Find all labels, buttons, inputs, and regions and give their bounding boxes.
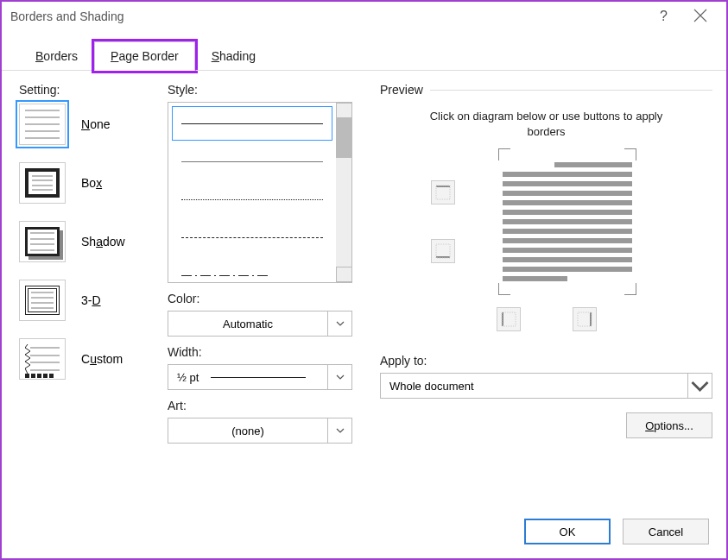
color-combo-caret[interactable]	[327, 311, 351, 336]
close-icon	[692, 7, 709, 24]
border-left-button[interactable]	[497, 307, 521, 331]
window-title: Borders and Shading	[10, 9, 124, 23]
svg-rect-7	[578, 312, 592, 326]
preview-hint: Click on diagram below or use buttons to…	[415, 109, 678, 140]
setting-panel: Setting: None Box	[19, 83, 155, 500]
color-combo[interactable]: Automatic	[168, 311, 352, 337]
setting-custom-label: Custom	[81, 352, 123, 366]
width-combo-caret[interactable]	[327, 365, 351, 389]
options-button[interactable]: Options...	[626, 412, 712, 438]
chevron-down-icon	[351, 246, 352, 283]
width-label: Width:	[168, 345, 368, 359]
setting-custom-icon	[19, 338, 66, 380]
setting-shadow-label: Shadow	[81, 235, 125, 249]
art-value: (none)	[168, 425, 327, 437]
help-button[interactable]: ?	[660, 9, 668, 24]
close-button[interactable]	[692, 7, 709, 24]
art-combo-caret[interactable]	[327, 418, 351, 443]
scroll-thumb[interactable]	[336, 118, 351, 158]
apply-to-value: Whole document	[381, 380, 687, 393]
style-row-thin[interactable]	[172, 144, 332, 179]
borders-shading-dialog: Borders and Shading ? Borders Page Borde…	[0, 0, 728, 560]
art-combo[interactable]: (none)	[168, 418, 352, 444]
border-bottom-icon	[435, 243, 451, 259]
setting-label: Setting:	[19, 83, 155, 97]
border-top-button[interactable]	[431, 180, 455, 204]
style-row-solid[interactable]	[172, 106, 332, 141]
setting-none-icon	[19, 104, 66, 145]
setting-box-label: Box	[81, 176, 102, 190]
setting-3d-icon	[19, 280, 66, 321]
tab-borders[interactable]: Borders	[19, 41, 94, 71]
setting-box-icon	[19, 162, 66, 204]
border-top-icon	[435, 185, 451, 200]
chevron-down-icon	[335, 318, 345, 329]
preview-zone	[380, 148, 712, 295]
style-row-dashed[interactable]	[172, 220, 332, 255]
preview-panel: Preview Click on diagram below or use bu…	[380, 83, 712, 500]
setting-3d-label: 3-D	[81, 293, 101, 307]
cancel-button[interactable]: Cancel	[623, 519, 709, 544]
setting-3d[interactable]: 3-D	[19, 280, 155, 321]
border-right-icon	[577, 311, 592, 327]
setting-shadow[interactable]: Shadow	[19, 221, 155, 262]
style-panel: Style:	[168, 83, 368, 500]
style-label: Style:	[168, 83, 368, 97]
width-sample-line	[211, 377, 306, 378]
setting-custom[interactable]: Custom	[19, 338, 155, 380]
page-preview[interactable]	[472, 148, 662, 295]
ok-button[interactable]: OK	[524, 519, 611, 544]
tab-shading[interactable]: Shading	[195, 41, 272, 71]
style-row-dotted[interactable]	[172, 182, 332, 217]
width-combo[interactable]: ½ pt	[168, 364, 352, 390]
preview-label: Preview	[380, 83, 423, 97]
chevron-down-icon	[688, 374, 712, 398]
apply-to-combo[interactable]: Whole document	[380, 373, 712, 399]
color-value: Automatic	[168, 318, 327, 330]
art-label: Art:	[168, 399, 368, 412]
scroll-up-button[interactable]	[336, 103, 352, 118]
setting-none[interactable]: None	[19, 104, 155, 145]
preview-paragraph	[503, 162, 632, 281]
border-right-button[interactable]	[573, 307, 597, 331]
color-label: Color:	[168, 292, 368, 305]
svg-rect-5	[502, 312, 516, 326]
border-bottom-button[interactable]	[431, 239, 455, 263]
scroll-down-button[interactable]	[336, 267, 352, 282]
tab-strip: Borders Page Border Shading	[2, 31, 726, 71]
style-scrollbar[interactable]	[336, 103, 351, 282]
apply-to-section: Apply to: Whole document Options...	[380, 354, 712, 438]
width-value: ½ pt	[177, 371, 199, 384]
chevron-down-icon	[335, 372, 345, 382]
setting-shadow-icon	[19, 221, 66, 262]
dialog-body: Setting: None Box	[2, 71, 726, 508]
svg-rect-3	[436, 244, 450, 258]
chevron-down-icon	[335, 425, 345, 436]
border-left-icon	[501, 311, 516, 327]
setting-list: None Box Shadow	[19, 104, 155, 380]
svg-rect-1	[436, 186, 450, 199]
style-listbox[interactable]	[168, 102, 352, 283]
setting-box[interactable]: Box	[19, 162, 155, 204]
setting-none-label: None	[81, 117, 110, 131]
apply-to-caret[interactable]	[687, 374, 712, 398]
style-row-dashdot[interactable]	[172, 258, 332, 282]
tab-page-border[interactable]: Page Border	[94, 41, 195, 71]
titlebar: Borders and Shading ?	[2, 2, 726, 31]
apply-to-label: Apply to:	[380, 354, 712, 368]
dialog-footer: OK Cancel	[2, 508, 726, 558]
